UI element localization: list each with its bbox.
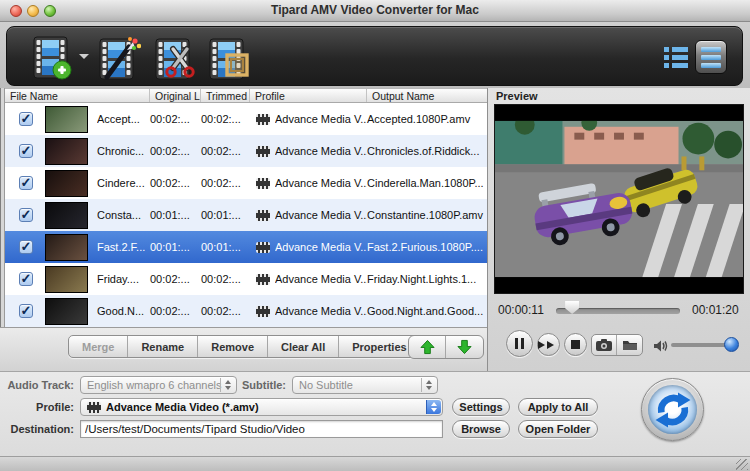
subtitle-label: Subtitle: bbox=[218, 379, 286, 391]
fast-forward-icon bbox=[540, 341, 558, 349]
resize-grip-icon[interactable] bbox=[736, 459, 748, 470]
trimmed-length: 00:01:... bbox=[201, 241, 250, 253]
audio-track-label: Audio Track: bbox=[4, 379, 74, 391]
original-length: 00:02:... bbox=[150, 177, 201, 189]
effect-button[interactable] bbox=[95, 35, 141, 81]
video-thumbnail bbox=[45, 202, 88, 229]
original-length: 00:01:... bbox=[150, 209, 201, 221]
file-name: Cindere... bbox=[97, 177, 145, 189]
audio-track-select[interactable]: English wmapro 6 channels bbox=[80, 376, 237, 394]
table-row[interactable]: ✓ Fast.2.F... 00:01:... 00:01:... Advanc… bbox=[5, 231, 487, 263]
settings-button[interactable]: Settings bbox=[452, 398, 510, 416]
profile-cell: Advance Media V... bbox=[250, 305, 367, 317]
table-row[interactable]: ✓ Friday.... 00:02:... 00:02:... Advance… bbox=[5, 263, 487, 295]
row-checkbox[interactable]: ✓ bbox=[19, 112, 33, 126]
stop-button[interactable] bbox=[564, 333, 587, 356]
profile-name: Advance Media V... bbox=[275, 113, 367, 125]
row-checkbox[interactable]: ✓ bbox=[19, 304, 33, 318]
pause-icon bbox=[514, 335, 526, 353]
status-bar bbox=[0, 456, 750, 471]
pause-button[interactable] bbox=[506, 330, 533, 357]
file-list: File Name Original Le Trimmed L Profile … bbox=[4, 88, 487, 327]
video-thumbnail bbox=[45, 266, 88, 293]
open-snapshot-folder-button[interactable] bbox=[617, 335, 642, 355]
open-folder-button[interactable]: Open Folder bbox=[518, 420, 598, 438]
video-frame-image bbox=[495, 105, 743, 293]
apply-to-all-button[interactable]: Apply to All bbox=[518, 398, 598, 416]
titlebar: Tipard AMV Video Converter for Mac bbox=[0, 0, 750, 22]
video-thumbnail bbox=[45, 170, 88, 197]
move-down-button[interactable] bbox=[446, 336, 483, 358]
effect-wand-icon bbox=[95, 35, 141, 81]
move-up-button[interactable] bbox=[409, 336, 446, 358]
col-profile[interactable]: Profile bbox=[250, 89, 367, 102]
row-checkbox[interactable]: ✓ bbox=[19, 144, 33, 158]
row-checkbox[interactable]: ✓ bbox=[19, 272, 33, 286]
fast-forward-button[interactable] bbox=[537, 333, 560, 356]
col-original[interactable]: Original Le bbox=[150, 89, 201, 102]
rename-button[interactable]: Rename bbox=[128, 336, 198, 357]
profile-icon bbox=[256, 210, 270, 221]
trim-button[interactable] bbox=[151, 35, 197, 81]
table-row[interactable]: ✓ Cindere... 00:02:... 00:02:... Advance… bbox=[5, 167, 487, 199]
output-name: Friday.Night.Lights.1... bbox=[367, 273, 487, 285]
block-view-button[interactable] bbox=[695, 40, 727, 74]
col-file-name[interactable]: File Name bbox=[5, 89, 150, 102]
merge-button[interactable]: Merge bbox=[69, 336, 128, 357]
block-view-icon bbox=[701, 47, 721, 52]
snapshot-group bbox=[591, 334, 643, 356]
profile-cell: Advance Media V... bbox=[250, 177, 367, 189]
seek-bar: 00:00:11 00:01:20 bbox=[488, 298, 750, 324]
profile-icon bbox=[256, 242, 270, 253]
list-view-button[interactable] bbox=[663, 39, 691, 75]
col-output-name[interactable]: Output Name bbox=[367, 89, 487, 102]
output-name: Fast.2.Furious.1080P.... bbox=[367, 241, 487, 253]
convert-button[interactable] bbox=[641, 378, 704, 441]
profile-select[interactable]: Advance Media Video (*.amv) bbox=[80, 398, 443, 416]
table-body: ✓ Accept... 00:02:... 00:02:... Advance … bbox=[5, 103, 487, 327]
original-length: 00:01:... bbox=[150, 241, 201, 253]
profile-icon bbox=[256, 178, 270, 189]
file-name: Friday.... bbox=[97, 273, 139, 285]
trimmed-length: 00:02:... bbox=[201, 305, 250, 317]
list-actions-bar: Merge Rename Remove Clear All Properties bbox=[0, 327, 487, 371]
remove-button[interactable]: Remove bbox=[198, 336, 268, 357]
browse-button[interactable]: Browse bbox=[452, 420, 510, 438]
subtitle-select[interactable]: No Subtitle bbox=[292, 376, 438, 394]
app-window: Tipard AMV Video Converter for Mac bbox=[0, 0, 750, 471]
add-video-dropdown-caret[interactable] bbox=[79, 54, 89, 64]
trimmed-length: 00:02:... bbox=[201, 113, 250, 125]
row-checkbox[interactable]: ✓ bbox=[19, 176, 33, 190]
subtitle-value: No Subtitle bbox=[299, 379, 353, 391]
profile-icon bbox=[256, 114, 270, 125]
table-row[interactable]: ✓ Chronic... 00:02:... 00:02:... Advance… bbox=[5, 135, 487, 167]
profile-name: Advance Media V... bbox=[275, 241, 367, 253]
table-row[interactable]: ✓ Accept... 00:02:... 00:02:... Advance … bbox=[5, 103, 487, 135]
video-thumbnail bbox=[45, 298, 88, 325]
col-trimmed[interactable]: Trimmed L bbox=[201, 89, 250, 102]
preview-pane: Preview bbox=[488, 88, 750, 371]
preview-video-frame[interactable] bbox=[494, 104, 744, 294]
profile-icon bbox=[256, 146, 270, 157]
table-row[interactable]: ✓ Consta... 00:01:... 00:01:... Advance … bbox=[5, 199, 487, 231]
profile-name: Advance Media V... bbox=[275, 145, 367, 157]
audio-track-value: English wmapro 6 channels bbox=[87, 379, 222, 391]
add-video-button[interactable] bbox=[29, 35, 75, 81]
video-thumbnail bbox=[45, 234, 88, 261]
file-name: Chronic... bbox=[97, 145, 144, 157]
profile-value: Advance Media Video (*.amv) bbox=[106, 401, 259, 413]
total-time: 00:01:20 bbox=[692, 303, 739, 317]
row-checkbox[interactable]: ✓ bbox=[19, 240, 33, 254]
clear-all-button[interactable]: Clear All bbox=[268, 336, 339, 357]
volume-thumb[interactable] bbox=[724, 337, 739, 352]
output-name: Accepted.1080P.amv bbox=[367, 113, 487, 125]
crop-button[interactable] bbox=[205, 35, 251, 81]
output-settings-panel: Audio Track: English wmapro 6 channels S… bbox=[0, 371, 750, 456]
table-row[interactable]: ✓ Good.N... 00:02:... 00:02:... Advance … bbox=[5, 295, 487, 327]
destination-input[interactable] bbox=[80, 420, 443, 438]
snapshot-button[interactable] bbox=[592, 335, 617, 355]
trimmed-length: 00:02:... bbox=[201, 145, 250, 157]
trimmed-length: 00:02:... bbox=[201, 177, 250, 189]
row-checkbox[interactable]: ✓ bbox=[19, 208, 33, 222]
down-arrow-icon bbox=[457, 339, 472, 355]
